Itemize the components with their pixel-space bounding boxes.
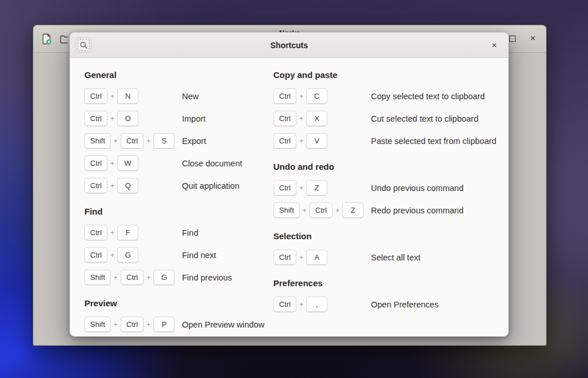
shortcut-keys: Shift+Ctrl+P — [84, 317, 182, 332]
shortcut-section: PreferencesCtrl+,Open Preferences — [273, 278, 496, 315]
search-button[interactable] — [76, 37, 91, 53]
keycap: Shift — [84, 270, 111, 285]
open-document-button[interactable] — [59, 33, 71, 45]
plus-separator: + — [335, 206, 339, 215]
shortcut-keys: Ctrl+Z — [273, 180, 371, 196]
shortcut-keys: Ctrl+O — [84, 111, 182, 126]
shortcut-keys: Ctrl+X — [273, 111, 371, 126]
dialog-close-button[interactable]: × — [488, 33, 501, 57]
plus-separator: + — [146, 274, 150, 282]
plus-separator: + — [110, 92, 114, 100]
shortcut-keys: Ctrl+W — [84, 155, 182, 171]
shortcuts-column-right: Copy and pasteCtrl+CCopy selected text t… — [273, 69, 496, 336]
plus-separator: + — [110, 159, 114, 167]
shortcut-description: Paste selected text from clipboard — [371, 137, 496, 146]
shortcut-keys: Ctrl+N — [84, 88, 182, 104]
shortcut-row: Ctrl+FFind — [84, 221, 273, 244]
shortcut-row: Ctrl+CCopy selected text to clipboard — [273, 85, 496, 107]
plus-separator: + — [299, 184, 303, 192]
shortcut-description: Find — [182, 228, 198, 237]
keycap: Ctrl — [84, 88, 107, 104]
section-title: Undo and redo — [273, 161, 496, 173]
section-title: Find — [84, 206, 273, 217]
plus-separator: + — [114, 321, 118, 329]
keycap: Ctrl — [273, 111, 296, 126]
keycap: X — [306, 111, 327, 126]
shortcut-description: Quit application — [182, 181, 239, 190]
keycap: O — [117, 111, 138, 126]
keycap: Z — [342, 202, 363, 218]
plus-separator: + — [146, 321, 150, 329]
section-title: Preferences — [273, 278, 496, 289]
shortcut-row: Shift+Ctrl+SExport — [84, 130, 273, 152]
keycap: V — [306, 133, 327, 149]
shortcut-section: PreviewShift+Ctrl+POpen Preview window — [84, 298, 273, 336]
shortcut-row: Ctrl+ZUndo previous command — [273, 177, 496, 199]
shortcut-row: Ctrl+XCut selected text to clipboard — [273, 107, 496, 130]
shortcut-description: Undo previous command — [371, 184, 463, 193]
shortcut-keys: Shift+Ctrl+G — [84, 270, 182, 285]
shortcut-keys: Shift+Ctrl+S — [84, 133, 182, 149]
shortcut-row: Ctrl+NNew — [84, 85, 273, 107]
shortcuts-column-left: GeneralCtrl+NNewCtrl+OImportShift+Ctrl+S… — [84, 69, 273, 336]
plus-separator: + — [110, 115, 114, 123]
keycap: Ctrl — [121, 270, 144, 285]
shortcut-keys: Ctrl+, — [273, 297, 371, 312]
keycap: Ctrl — [84, 111, 107, 126]
plus-separator: + — [299, 137, 303, 145]
plus-separator: + — [299, 92, 303, 100]
shortcut-row: Shift+Ctrl+GFind previous — [84, 266, 273, 289]
shortcut-keys: Ctrl+C — [273, 88, 371, 104]
shortcut-description: Copy selected text to clipboard — [371, 92, 485, 101]
plus-separator: + — [110, 182, 114, 190]
shortcuts-dialog: Shortcuts × GeneralCtrl+NNewCtrl+OImport… — [69, 32, 509, 337]
shortcut-row: Ctrl+,Open Preferences — [273, 293, 496, 315]
shortcuts-list: GeneralCtrl+NNewCtrl+OImportShift+Ctrl+S… — [70, 58, 508, 336]
shortcut-description: Find next — [182, 251, 216, 260]
keycap: Ctrl — [121, 317, 144, 332]
shortcut-section: GeneralCtrl+NNewCtrl+OImportShift+Ctrl+S… — [84, 69, 273, 197]
keycap: Ctrl — [273, 250, 296, 265]
new-document-icon — [42, 33, 52, 45]
keycap: Ctrl — [273, 133, 296, 149]
keycap: Ctrl — [121, 133, 144, 149]
shortcut-keys: Shift+Ctrl+Z — [273, 202, 371, 218]
keycap: G — [117, 247, 138, 263]
keycap: A — [306, 250, 327, 265]
plus-separator: + — [110, 251, 114, 259]
keycap: Shift — [84, 133, 111, 149]
section-title: General — [84, 69, 273, 81]
plus-separator: + — [110, 229, 114, 237]
keycap: C — [306, 88, 327, 104]
shortcut-description: Close document — [182, 159, 242, 168]
shortcut-section: FindCtrl+FFindCtrl+GFind nextShift+Ctrl+… — [84, 206, 273, 289]
shortcut-keys: Ctrl+Q — [84, 178, 182, 193]
plus-separator: + — [303, 206, 307, 215]
keycap: Ctrl — [273, 180, 296, 196]
shortcut-keys: Ctrl+F — [84, 225, 182, 240]
shortcut-row: Shift+Ctrl+POpen Preview window — [84, 313, 273, 336]
plus-separator: + — [114, 274, 118, 282]
shortcuts-dialog-header: Shortcuts × — [70, 33, 508, 58]
shortcut-description: Export — [182, 137, 206, 146]
keycap: Ctrl — [84, 178, 107, 193]
keycap: F — [117, 225, 138, 240]
keycap: W — [117, 155, 138, 171]
shortcut-description: Open Preview window — [182, 320, 264, 329]
shortcut-description: New — [182, 92, 199, 101]
window-close-button[interactable]: × — [528, 33, 538, 44]
new-document-button[interactable] — [41, 33, 52, 45]
shortcut-row: Ctrl+WClose document — [84, 152, 273, 174]
keycap: Ctrl — [84, 225, 107, 240]
shortcut-section: SelectionCtrl+ASelect all text — [273, 231, 496, 268]
shortcut-row: Ctrl+QQuit application — [84, 174, 273, 197]
keycap: Shift — [273, 202, 300, 218]
keycap: S — [153, 133, 175, 149]
shortcut-description: Open Preferences — [371, 300, 439, 309]
keycap: G — [153, 270, 175, 285]
shortcut-row: Ctrl+ASelect all text — [273, 246, 496, 268]
keycap: , — [306, 297, 327, 312]
shortcut-description: Select all text — [371, 253, 420, 262]
keycap: P — [153, 317, 175, 332]
keycap: Ctrl — [310, 202, 332, 218]
